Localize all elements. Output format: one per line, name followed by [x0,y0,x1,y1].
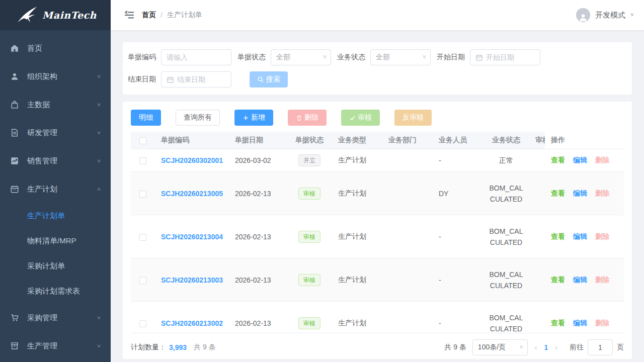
toolbar-button-明细[interactable]: 明细 [131,110,161,126]
sidebar-subitem-7[interactable]: 物料清单/MRP [0,228,111,253]
toolbar-button-新增[interactable]: 新增 [234,110,273,126]
goto-label: 前往 [570,343,584,352]
column-header-业务人员: 业务人员 [433,132,483,149]
cell-person: - [433,302,483,333]
page-size-select[interactable]: 100条/页 ˅ [472,339,528,355]
pager: ‹ 1 › [530,343,562,351]
cell-dept [382,302,433,333]
document-code-link[interactable]: SCJH20260302001... [161,156,223,164]
search-group: 搜索 [237,71,294,87]
sidebar-item-5[interactable]: 生产计划 ˄ [0,175,111,203]
sidebar-item-label: 主数据 [27,100,97,110]
sidebar-item-3[interactable]: 研发管理 ˅ [0,119,111,147]
search-icon [257,76,264,83]
toolbar-button-label: 删除 [304,113,318,122]
delete-action-link[interactable]: 删除 [595,156,609,164]
view-action-link[interactable]: 查看 [551,232,565,240]
filter-select[interactable]: 全部˅ [370,49,431,65]
sidebar-subitem-9[interactable]: 采购计划需求表 [0,279,111,304]
cell-person: - [433,149,483,172]
toolbar-button-反审核[interactable]: 反审核 [394,110,432,126]
cell-person: - [433,215,483,258]
delete-action-link[interactable]: 删除 [595,232,609,240]
row-checkbox[interactable] [139,157,146,164]
filter-date-input[interactable] [486,53,535,61]
sidebar-item-4[interactable]: 销售管理 ˅ [0,147,111,175]
goto-page-input[interactable] [588,339,613,355]
table-row: SCJH20260213005... 2026-02-13 审核 生产计划 DY… [131,172,624,215]
view-action-link[interactable]: 查看 [551,156,565,164]
toolbar-button-label: 新增 [251,113,265,122]
delete-action-link[interactable]: 删除 [595,276,609,284]
chevron-down-icon: ˅ [423,54,426,61]
document-code-link[interactable]: SCJH20260213003... [161,276,223,284]
cell-code: SCJH20260213004... [155,215,229,258]
column-header-checkbox[interactable] [131,132,155,149]
row-checkbox[interactable] [139,277,146,284]
toolbar: 明细查询所有新增删除审核反审核 [131,110,624,126]
document-code-link[interactable]: SCJH20260213002... [161,319,223,327]
search-button[interactable]: 搜索 [250,71,288,87]
user-icon [10,72,19,81]
sidebar-item-1[interactable]: 组织架构 ˅ [0,62,111,90]
row-checkbox-cell [131,172,155,215]
row-checkbox[interactable] [139,191,146,198]
edit-action-link[interactable]: 编辑 [573,319,587,327]
edit-action-link[interactable]: 编辑 [573,189,587,197]
prev-page-icon[interactable]: ‹ [530,343,542,351]
filter-text-field[interactable] [161,49,231,65]
page-content: 单据编码单据状态全部˅业务状态全部˅开始日期结束日期搜索 明细查询所有新增删除审… [111,30,644,362]
delete-action-link[interactable]: 删除 [595,319,609,327]
filter-date-input[interactable] [177,75,226,83]
row-checkbox[interactable] [139,234,146,241]
filter-date-field[interactable] [470,49,540,65]
cell-date: 2026-02-13 [229,302,287,333]
view-action-link[interactable]: 查看 [551,276,565,284]
doc-status-badge: 审核 [298,231,320,243]
sidebar-item-0[interactable]: 首页 [0,34,111,62]
chevron-down-icon[interactable]: ˅ [630,12,634,19]
avatar[interactable] [576,8,590,22]
edit-action-link[interactable]: 编辑 [573,156,587,164]
sidebar-subitem-8[interactable]: 采购计划单 [0,253,111,279]
breadcrumb-home[interactable]: 首页 [142,11,156,20]
sidebar-item-10[interactable]: 采购管理 ˅ [0,304,111,332]
next-page-icon[interactable]: › [550,343,562,351]
filter-select[interactable]: 全部˅ [271,49,331,65]
sidebar-item-2[interactable]: 主数据 ˅ [0,90,111,119]
calendar-icon [10,185,19,194]
toolbar-button-审核[interactable]: 审核 [341,110,380,126]
goto-page: 前往 页 [570,339,624,355]
filter-date-field[interactable] [161,71,231,87]
table-row: SCJH20260213003... 2026-02-13 审核 生产计划 - … [131,258,624,302]
sidebar-fold-icon[interactable] [124,10,135,21]
table-panel: 明细查询所有新增删除审核反审核 单据编码单据日期单据状态业务类型业务部门业务人员… [123,102,632,359]
filter-text-input[interactable] [167,53,226,61]
filter-group-3: 开始日期 [437,49,546,65]
document-code-link[interactable]: SCJH20260213004... [161,233,223,241]
total-count-right: 共 9 条 [444,343,466,352]
user-mode-label[interactable]: 开发模式 [595,11,625,20]
toolbar-button-删除[interactable]: 删除 [288,110,327,126]
user-menu[interactable]: 开发模式 ˅ [576,8,634,22]
cell-doc-status: 开立 [287,149,332,172]
cell-biz-status: 正常 [483,149,529,172]
sidebar-item-11[interactable]: 生产管理 ˅ [0,332,111,360]
toolbar-button-查询所有[interactable]: 查询所有 [176,110,220,126]
cell-biz-type: 生产计划 [332,149,382,172]
chart-icon [10,156,19,165]
data-table-wrapper[interactable]: 单据编码单据日期单据状态业务类型业务部门业务人员业务状态审核人操作 SCJH20… [131,132,624,333]
sidebar-subitem-6[interactable]: 生产计划单 [0,203,111,228]
delete-action-link[interactable]: 删除 [595,189,609,197]
view-action-link[interactable]: 查看 [551,319,565,327]
document-code-link[interactable]: SCJH20260213005... [161,190,223,198]
view-action-link[interactable]: 查看 [551,189,565,197]
current-page[interactable]: 1 [542,343,550,351]
filter-label: 结束日期 [128,75,161,84]
select-all-checkbox[interactable] [139,137,146,144]
edit-action-link[interactable]: 编辑 [573,276,587,284]
edit-action-link[interactable]: 编辑 [573,232,587,240]
cell-biz-status: BOM_CALCULATED [483,258,529,302]
row-checkbox[interactable] [139,320,146,327]
cell-biz-type: 生产计划 [332,215,382,258]
